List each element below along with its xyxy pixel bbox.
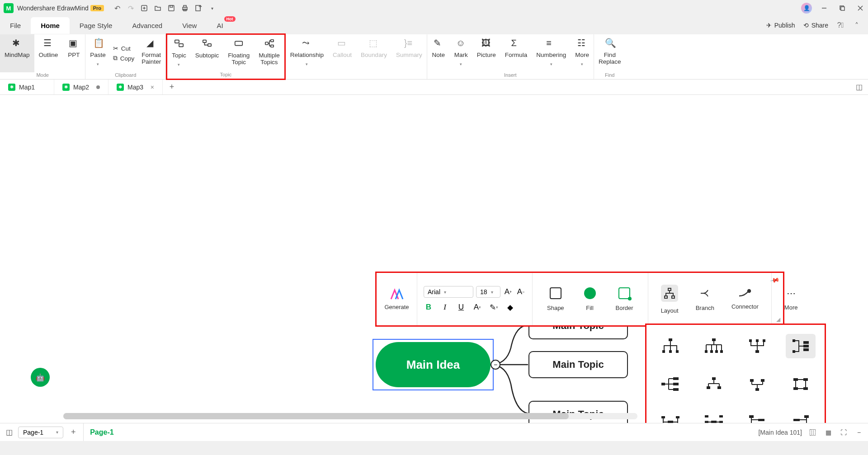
mark-button[interactable]: ☺Mark▾ (450, 34, 472, 72)
layout-option[interactable] (786, 372, 816, 396)
mindmap-mode-button[interactable]: ✱MindMap (0, 34, 34, 72)
summary-button[interactable]: }≡Summary (392, 34, 427, 72)
numbering-button[interactable]: ≡Numbering▾ (532, 34, 571, 72)
share-button[interactable]: ⟲Share (803, 22, 828, 29)
menu-ai[interactable]: AIHot (207, 17, 233, 34)
clear-format-button[interactable]: ◆ (505, 302, 515, 312)
export-icon[interactable] (194, 4, 203, 12)
layout-option[interactable] (742, 334, 772, 358)
minimize-icon[interactable] (820, 4, 828, 12)
underline-button[interactable]: U (456, 302, 466, 312)
canvas[interactable]: Main Idea − Main Topic Main Topic Main T… (0, 95, 868, 423)
layout-option[interactable] (699, 410, 729, 423)
new-icon[interactable] (140, 4, 148, 12)
font-size-select[interactable]: 18▾ (476, 286, 500, 298)
cut-button[interactable]: ✂Cut (113, 45, 135, 52)
page-select[interactable]: Page-1▾ (18, 427, 63, 438)
open-icon[interactable] (154, 4, 162, 12)
format-painter-button[interactable]: ◢Format Painter (137, 34, 165, 72)
horizontal-scrollbar[interactable] (63, 413, 637, 419)
close-icon[interactable] (856, 4, 864, 12)
multiple-topics-button[interactable]: Multiple Topics (254, 35, 284, 72)
tab-close-icon[interactable]: × (151, 84, 154, 91)
ai-assistant-button[interactable]: 🤖 (31, 368, 50, 387)
page-panel-icon[interactable]: ◫ (5, 428, 14, 437)
layout-button[interactable]: Layout (655, 285, 685, 314)
subtopic-button[interactable]: Subtopic (191, 35, 224, 72)
doc-tab-map3[interactable]: ✱Map3× (108, 80, 163, 94)
zoom-out-icon[interactable]: − (854, 428, 863, 437)
layout-option[interactable] (742, 410, 772, 423)
save-icon[interactable] (167, 4, 175, 12)
find-replace-button[interactable]: 🔍Find Replace (594, 34, 626, 72)
add-page-button[interactable]: + (68, 427, 79, 437)
menu-advanced[interactable]: Advanced (122, 17, 172, 34)
topic-button[interactable]: Topic▾ (167, 35, 191, 72)
font-family-select[interactable]: Arial▾ (424, 286, 473, 298)
undo-icon[interactable]: ↶ (113, 4, 121, 12)
topic-node-2[interactable]: Main Topic (528, 351, 628, 378)
layout-option[interactable] (656, 334, 685, 358)
layout-option[interactable] (656, 410, 685, 423)
main-idea-node[interactable]: Main Idea (376, 342, 491, 387)
callout-button[interactable]: ▭Callout (328, 34, 356, 72)
border-button[interactable]: Border (609, 287, 640, 311)
font-grow-button[interactable]: A+ (503, 287, 513, 297)
doc-tab-map1[interactable]: ✱Map1 (0, 80, 54, 94)
menu-file[interactable]: File (0, 17, 31, 34)
more-button[interactable]: ⋯More (778, 288, 804, 311)
note-button[interactable]: ✎Note (427, 34, 450, 72)
menu-page-style[interactable]: Page Style (70, 17, 123, 34)
scrollbar-thumb[interactable] (63, 413, 569, 419)
outline-mode-button[interactable]: ☰Outline (34, 34, 63, 72)
fit-view-icon[interactable]: ⛶ (839, 428, 848, 437)
fill-button[interactable]: Fill (578, 287, 602, 311)
paste-button[interactable]: 📋Paste▾ (85, 34, 110, 72)
publish-button[interactable]: ✈Publish (766, 22, 795, 29)
font-color-button[interactable]: A▾ (472, 302, 482, 312)
more-insert-button[interactable]: ☷More▾ (571, 34, 594, 72)
formula-button[interactable]: ΣFormula (500, 34, 532, 72)
redo-icon[interactable]: ↷ (127, 4, 135, 12)
robot-icon: 🤖 (36, 373, 45, 382)
maximize-icon[interactable] (838, 4, 846, 12)
copy-icon: ⧉ (113, 55, 118, 62)
user-avatar-icon[interactable]: 👤 (801, 3, 812, 14)
layout-option[interactable] (786, 410, 816, 423)
qat-dropdown-icon[interactable]: ▾ (208, 4, 216, 12)
collapse-ribbon-icon[interactable]: ˄ (853, 21, 861, 29)
layout-option[interactable] (699, 372, 729, 396)
help-icon[interactable]: ?⃝ (836, 21, 844, 29)
outline-view-icon[interactable]: ⿲ (808, 428, 817, 437)
branch-button[interactable]: Branch (689, 287, 721, 311)
layout-option[interactable] (742, 372, 772, 396)
panel-toggle-icon[interactable]: ◫ (856, 83, 863, 91)
layout-option[interactable] (656, 372, 685, 396)
grid-view-icon[interactable]: ▦ (824, 428, 833, 437)
doc-tab-map2[interactable]: ✱Map2 (54, 80, 108, 94)
generate-button[interactable]: Generate (384, 304, 409, 310)
boundary-button[interactable]: ⬚Boundary (356, 34, 392, 72)
bold-button[interactable]: B (424, 302, 434, 312)
add-tab-button[interactable]: + (163, 80, 181, 94)
layout-option-selected[interactable] (786, 334, 816, 358)
print-icon[interactable] (181, 4, 189, 12)
layout-option[interactable] (699, 334, 729, 358)
topic-node-3[interactable]: Main Topic (528, 401, 628, 423)
page-tab[interactable]: Page-1 (83, 423, 120, 441)
floating-topic-icon (234, 38, 244, 48)
menu-view[interactable]: View (172, 17, 207, 34)
picture-button[interactable]: 🖼Picture (472, 34, 500, 72)
connector-button[interactable]: Connector (725, 289, 765, 310)
menu-home[interactable]: Home (31, 17, 70, 34)
collapse-handle[interactable]: − (491, 360, 500, 370)
font-shrink-button[interactable]: A− (516, 287, 526, 297)
relationship-button[interactable]: ⤳Relationship▾ (286, 34, 328, 72)
ppt-mode-button[interactable]: ▣PPT (62, 34, 85, 72)
floating-topic-button[interactable]: Floating Topic (223, 35, 254, 72)
italic-button[interactable]: I (440, 302, 450, 312)
resize-handle-icon[interactable]: ◢ (776, 316, 780, 323)
shape-button[interactable]: Shape (541, 287, 571, 311)
highlight-button[interactable]: ✎▾ (489, 302, 499, 312)
copy-button[interactable]: ⧉Copy (113, 55, 135, 62)
